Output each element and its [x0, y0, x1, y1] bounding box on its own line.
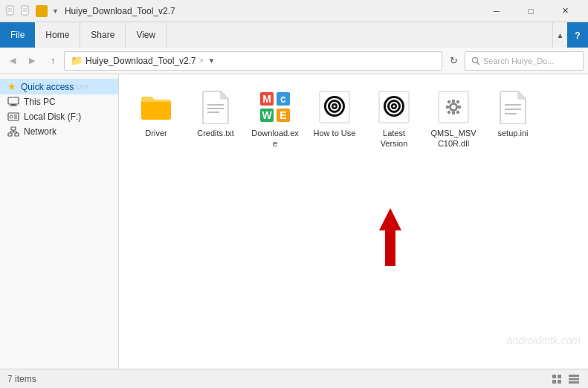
svg-rect-8 [8, 97, 19, 104]
file-label-driver: Driver [145, 128, 167, 138]
address-dropdown[interactable]: ▼ [208, 56, 216, 65]
svg-rect-65 [569, 378, 579, 380]
title-dropdown[interactable]: ▼ [52, 7, 59, 15]
file-area: Driver Credits.txt [119, 74, 588, 369]
minimize-button[interactable]: ─ [479, 0, 514, 22]
svg-rect-47 [452, 100, 455, 103]
svg-line-7 [477, 62, 479, 65]
file-label-how-to-use: How to Use [314, 128, 356, 138]
svg-point-43 [393, 106, 395, 108]
sidebar-item-local-disk[interactable]: Local Disk (F:) [0, 109, 118, 124]
file-grid: Driver Credits.txt [126, 82, 581, 157]
sidebar-item-network[interactable]: Network [0, 124, 118, 139]
address-bar: ◀ ▶ ↑ 📁 Huiye_Download_Tool_v2.7 > ▼ ↻ S… [0, 48, 588, 74]
star-icon: ★ [7, 81, 16, 92]
status-bar: 7 items [0, 369, 588, 388]
svg-rect-3 [22, 6, 28, 15]
ribbon-tab-view[interactable]: View [126, 22, 167, 48]
network-icon [7, 126, 19, 137]
file-item-download-exe[interactable]: M c W E Download.exe [248, 85, 302, 154]
item-count: 7 items [7, 374, 36, 384]
svg-text:c: c [280, 93, 286, 105]
svg-point-38 [334, 106, 336, 108]
file-watermark: androidmtk.com [506, 334, 581, 346]
help-button[interactable]: ? [567, 22, 588, 48]
file-label-setup-ini: setup.ini [498, 128, 529, 138]
ribbon-tabs: Home Share View ▲ [35, 22, 567, 48]
how-to-use-icon [317, 89, 352, 125]
path-separator: > [199, 56, 204, 65]
file-label-latest-version: Latest Version [370, 128, 418, 149]
sidebar-label-network: Network [24, 126, 56, 137]
svg-rect-0 [7, 6, 13, 15]
title-doc-icon2 [21, 5, 31, 17]
svg-rect-62 [552, 380, 556, 384]
file-item-qmsl-dll[interactable]: QMSL_MSVC10R.dll [427, 85, 480, 154]
file-item-driver[interactable]: Driver [129, 85, 183, 154]
mc-icon: M c W E [257, 89, 293, 125]
search-box[interactable]: Search Huiye_Do... [465, 51, 584, 71]
search-icon [471, 56, 480, 65]
svg-marker-58 [379, 208, 401, 230]
refresh-button[interactable]: ↻ [445, 53, 462, 69]
view-list-button[interactable] [567, 372, 581, 386]
svg-rect-63 [558, 380, 561, 384]
address-path[interactable]: 📁 Huiye_Download_Tool_v2.7 > ▼ [64, 51, 442, 71]
txt-icon [198, 89, 233, 125]
ini-icon [495, 89, 531, 125]
svg-rect-16 [11, 127, 16, 130]
close-button[interactable]: ✕ [548, 0, 582, 22]
sidebar-label-quick-access: Quick access [21, 82, 74, 92]
folder-icon [138, 89, 174, 125]
ribbon: File Home Share View ▲ ? [0, 22, 588, 48]
svg-text:E: E [280, 109, 286, 121]
svg-rect-61 [558, 375, 561, 378]
window-title: Huiye_Download_Tool_v2.7 [65, 6, 479, 16]
file-item-latest-version[interactable]: Latest Version [367, 85, 421, 154]
disk-icon [7, 111, 19, 122]
ribbon-tab-home[interactable]: Home [35, 22, 80, 48]
svg-rect-64 [569, 375, 579, 377]
svg-rect-48 [452, 111, 455, 114]
svg-point-46 [451, 105, 456, 109]
title-folder-icon [36, 5, 48, 17]
arrow-annotation [375, 208, 405, 270]
ribbon-tab-share[interactable]: Share [80, 22, 126, 48]
up-button[interactable]: ↑ [45, 53, 61, 69]
sidebar-label-local-disk: Local Disk (F:) [24, 111, 81, 122]
file-label-credits: Credits.txt [197, 128, 234, 138]
main-area: androidmtk.com ★ Quick access This PC Lo… [0, 74, 588, 369]
back-button[interactable]: ◀ [4, 53, 21, 69]
latest-version-icon [376, 89, 412, 125]
path-folder-icon: 📁 [71, 55, 83, 66]
path-label: Huiye_Download_Tool_v2.7 [85, 56, 196, 66]
svg-rect-66 [569, 381, 579, 384]
file-item-how-to-use[interactable]: How to Use [308, 85, 361, 154]
file-label-download-exe: Download.exe [251, 128, 299, 149]
title-bar-icons: ▼ [6, 5, 59, 17]
svg-rect-9 [11, 104, 16, 106]
file-item-setup-ini[interactable]: setup.ini [486, 85, 540, 154]
file-label-qmsl-dll: QMSL_MSVC10R.dll [430, 128, 477, 149]
svg-rect-17 [8, 133, 12, 136]
svg-text:M: M [262, 93, 271, 105]
ribbon-collapse-button[interactable]: ▲ [552, 22, 567, 48]
svg-point-12 [10, 115, 13, 118]
maximize-button[interactable]: □ [514, 0, 548, 22]
svg-text:W: W [262, 109, 272, 121]
status-right [551, 372, 581, 386]
file-item-credits[interactable]: Credits.txt [189, 85, 242, 154]
window-controls: ─ □ ✕ [479, 0, 582, 22]
gear-icon [436, 89, 471, 125]
ribbon-file-tab[interactable]: File [0, 22, 35, 48]
view-large-icons-button[interactable] [551, 372, 564, 386]
forward-button[interactable]: ▶ [24, 53, 40, 69]
sidebar-item-this-pc[interactable]: This PC [0, 94, 118, 109]
svg-rect-59 [385, 229, 395, 266]
svg-rect-10 [10, 106, 17, 106]
sidebar-label-this-pc: This PC [24, 97, 56, 107]
svg-rect-60 [552, 375, 556, 378]
svg-rect-18 [15, 133, 19, 136]
sidebar-item-quick-access[interactable]: ★ Quick access [0, 79, 118, 94]
sidebar: androidmtk.com ★ Quick access This PC Lo… [0, 74, 119, 369]
